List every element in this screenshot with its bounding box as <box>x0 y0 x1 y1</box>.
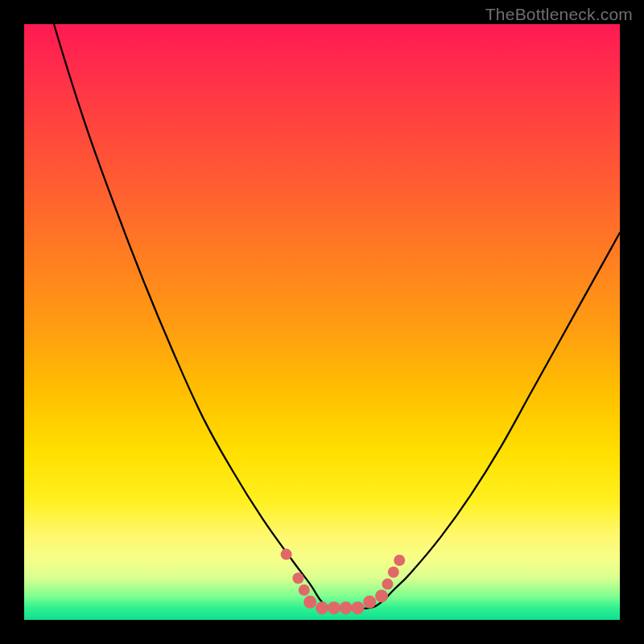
watermark-text: TheBottleneck.com <box>485 5 633 24</box>
trough-marker <box>382 579 393 590</box>
bottleneck-curve <box>24 0 620 609</box>
trough-markers <box>281 549 406 615</box>
bottleneck-curve-path <box>24 0 620 609</box>
trough-marker <box>281 549 292 560</box>
chart-frame: TheBottleneck.com <box>0 0 644 644</box>
trough-marker <box>340 601 353 614</box>
curve-layer <box>24 24 620 620</box>
trough-marker <box>316 601 328 614</box>
trough-marker <box>363 596 376 609</box>
trough-marker <box>394 555 405 566</box>
trough-marker <box>328 601 341 614</box>
plot-area <box>24 24 620 620</box>
trough-marker <box>299 584 310 596</box>
trough-marker <box>351 601 364 614</box>
trough-marker <box>303 596 316 609</box>
trough-marker <box>292 572 303 584</box>
trough-marker <box>375 589 388 602</box>
trough-marker <box>388 567 399 578</box>
